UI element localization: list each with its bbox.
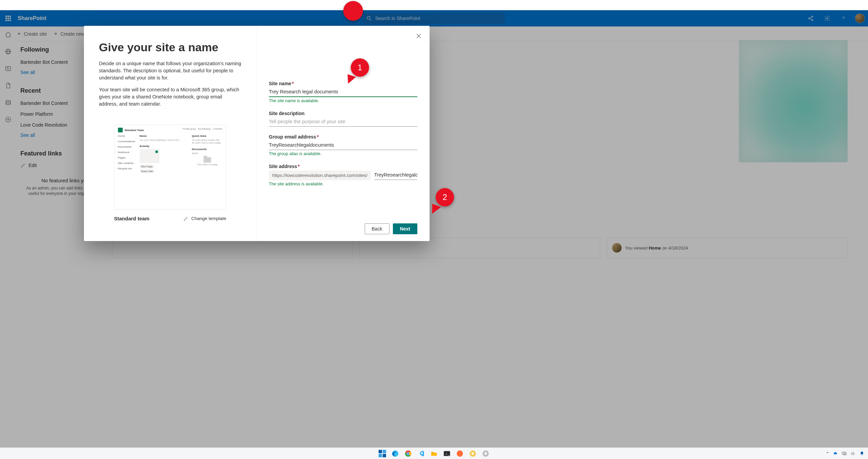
site-description-field: Site description (269, 111, 417, 127)
group-email-field: Group email address* The group alias is … (269, 134, 417, 156)
site-address-prefix: https://lowcoderevolution.sharepoint.com… (269, 170, 371, 180)
svg-point-31 (457, 450, 463, 456)
create-site-dialog: Give your site a name Decide on a unique… (84, 26, 430, 241)
tray-notifications-icon[interactable] (859, 451, 865, 456)
svg-rect-37 (844, 453, 846, 455)
template-preview: Private group Not following 1 member Sta… (114, 125, 226, 209)
annotation-dot (343, 1, 363, 21)
svg-point-35 (484, 452, 487, 455)
annotation-callout-2: 2 (436, 188, 454, 206)
site-name-input[interactable] (269, 88, 417, 97)
dialog-para-2: Your team site will be connected to a Mi… (99, 86, 241, 108)
taskbar-vscode-icon[interactable] (417, 449, 425, 458)
tray-chevron-icon[interactable]: ⌃ (826, 451, 829, 456)
taskbar-terminal-icon[interactable]: ＞_ (443, 449, 451, 458)
change-template-button[interactable]: Change template (183, 216, 226, 221)
close-icon (416, 33, 421, 39)
taskbar-postman-icon[interactable] (456, 449, 464, 458)
svg-text:＞_: ＞_ (445, 452, 450, 455)
taskbar-chrome-icon[interactable] (404, 449, 412, 458)
taskbar-explorer-icon[interactable] (430, 449, 438, 458)
dialog-title: Give your site a name (99, 41, 241, 54)
site-name-hint: The site name is available. (269, 98, 417, 103)
pencil-icon (183, 216, 189, 221)
start-button[interactable] (378, 449, 386, 458)
svg-point-28 (407, 452, 409, 454)
taskbar-edge-icon[interactable] (391, 449, 399, 458)
tray-onedrive-icon[interactable] (833, 451, 838, 456)
back-button[interactable]: Back (365, 223, 389, 234)
svg-point-33 (471, 452, 474, 455)
svg-rect-36 (842, 452, 845, 454)
tray-volume-icon[interactable] (850, 451, 856, 456)
tray-display-icon[interactable] (841, 451, 847, 456)
site-name-field: Site name* The site name is available. (269, 81, 417, 103)
site-address-field: Site address* https://lowcoderevolution.… (269, 164, 417, 186)
group-email-input[interactable] (269, 141, 417, 150)
template-name: Standard team (114, 216, 150, 221)
next-button[interactable]: Next (393, 223, 417, 234)
group-email-hint: The group alias is available. (269, 151, 417, 156)
taskbar-chrome-canary-icon[interactable] (469, 449, 477, 458)
annotation-callout-1: 1 (351, 58, 369, 77)
windows-taskbar: ＞_ ⌃ (0, 447, 868, 459)
site-address-hint: The site address is available. (269, 182, 417, 186)
site-description-input[interactable] (269, 117, 417, 127)
dialog-close-button[interactable] (414, 31, 423, 41)
dialog-para-1: Decide on a unique name that follows you… (99, 60, 241, 81)
site-address-input[interactable] (374, 171, 417, 180)
taskbar-app-icon[interactable] (482, 449, 490, 458)
